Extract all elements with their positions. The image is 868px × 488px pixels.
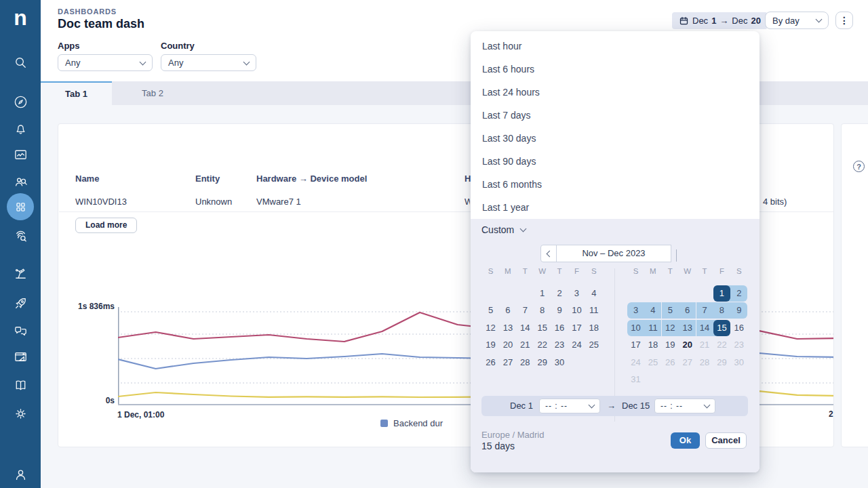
month-range-label[interactable]: Nov – Dec 2023 [556,245,671,262]
quick-range-option[interactable]: Last 90 days [471,150,760,173]
calendar-day[interactable]: 10 [568,302,585,319]
netdata-logo[interactable]: n [0,4,41,31]
calendar-day[interactable]: 2 [730,285,747,302]
sidebar-item-monitoring-chart[interactable] [0,142,41,167]
calendar-day[interactable]: 13 [499,320,516,336]
ok-button[interactable]: Ok [671,432,700,449]
calendar-day[interactable]: 28 [696,354,713,371]
legend-swatch-blue[interactable] [380,420,388,427]
calendar-day[interactable]: 17 [568,320,585,336]
calendar-day[interactable]: 7 [696,302,713,319]
quick-range-option[interactable]: Last 1 year [471,196,760,219]
calendar-day[interactable]: 15 [713,320,730,336]
calendar-day[interactable]: 25 [585,337,602,353]
quick-range-option[interactable]: Last hour [471,35,760,58]
calendar-day[interactable]: 1 [534,285,551,302]
sidebar-item-user[interactable] [0,462,41,487]
calendar-day[interactable]: 8 [713,302,730,319]
calendar-day[interactable]: 5 [662,302,679,319]
calendar-day[interactable]: 23 [551,337,568,353]
prev-month-button[interactable] [540,245,557,262]
calendar-day[interactable]: 21 [517,337,534,353]
calendar-day[interactable]: 30 [551,354,568,371]
calendar-day[interactable]: 21 [696,337,713,353]
time-from-select[interactable]: -- : -- [539,399,600,413]
sidebar-item-chat[interactable] [0,319,41,343]
calendar-day[interactable]: 12 [662,320,679,336]
calendar-day[interactable]: 4 [644,302,661,319]
calendar-day[interactable]: 29 [534,354,551,371]
help-icon[interactable]: ? [853,161,865,172]
calendar-day[interactable]: 15 [534,320,551,336]
calendar-day[interactable]: 26 [662,354,679,371]
calendar-day[interactable]: 18 [585,320,602,336]
calendar-day[interactable]: 20 [499,337,516,353]
calendar-day[interactable]: 14 [696,320,713,336]
country-filter-select[interactable]: Any [161,54,256,71]
time-to-select[interactable]: -- : -- [654,399,715,413]
calendar-day[interactable]: 1 [713,285,730,302]
custom-toggle[interactable]: Custom [481,224,526,235]
calendar-day[interactable]: 6 [499,302,516,319]
next-month-button[interactable] [676,249,677,262]
col-header-hardware-device[interactable]: Hardware → Device model [256,174,367,184]
calendar-day[interactable]: 7 [517,302,534,319]
calendar-day[interactable]: 18 [644,337,661,353]
calendar-day[interactable]: 8 [534,302,551,319]
calendar-day[interactable]: 20 [679,337,696,353]
calendar-day[interactable]: 11 [585,302,602,319]
calendar-day[interactable]: 5 [482,302,499,319]
calendar-day[interactable]: 26 [482,354,499,371]
quick-range-option[interactable]: Last 30 days [471,127,760,150]
calendar-day[interactable]: 4 [585,285,602,302]
calendar-day[interactable]: 16 [551,320,568,336]
calendar-day[interactable]: 10 [627,320,644,336]
sidebar-item-user-search[interactable] [0,169,41,194]
calendar-day[interactable]: 6 [679,302,696,319]
calendar-day[interactable]: 28 [517,354,534,371]
col-header-entity[interactable]: Entity [195,174,220,184]
sidebar-item-rocket[interactable] [0,291,41,315]
calendar-day[interactable]: 9 [551,302,568,319]
sidebar-item-book[interactable] [0,373,41,397]
calendar-day[interactable]: 17 [627,337,644,353]
col-header-clipped[interactable]: H [465,174,471,184]
calendar-day[interactable]: 9 [730,302,747,319]
tab-1[interactable]: Tab 1 [41,81,112,105]
sidebar-item-compass[interactable] [0,89,41,114]
sidebar-item-gear[interactable] [0,401,41,426]
quick-range-option[interactable]: Last 7 days [471,104,760,127]
sidebar-item-search[interactable] [0,50,41,75]
calendar-day[interactable]: 22 [713,337,730,353]
sidebar-item-dashboards-grid[interactable] [0,195,41,219]
more-options-button[interactable]: ⋮ [835,12,853,29]
calendar-day[interactable]: 24 [627,354,644,371]
calendar-day[interactable]: 3 [627,302,644,319]
calendar-day[interactable]: 13 [679,320,696,336]
calendar-day[interactable]: 27 [499,354,516,371]
sidebar-item-fingerprint-search[interactable] [0,224,41,248]
calendar-day[interactable]: 19 [662,337,679,353]
calendar-day[interactable]: 12 [482,320,499,336]
sidebar-item-layout-ruler[interactable] [0,345,41,369]
calendar-day[interactable]: 14 [517,320,534,336]
calendar-day[interactable]: 31 [627,371,644,388]
calendar-day[interactable]: 16 [730,320,747,336]
calendar-day[interactable]: 25 [644,354,661,371]
group-by-select[interactable]: By day [765,12,829,29]
legend-label-blue[interactable]: Backend dur [393,418,443,428]
col-header-name[interactable]: Name [75,174,99,184]
tab-2[interactable]: Tab 2 [112,81,193,105]
calendar-day[interactable]: 30 [730,354,747,371]
date-range-chip[interactable]: Dec1 → Dec20 [672,12,768,29]
apps-filter-select[interactable]: Any [58,54,153,71]
calendar-day[interactable]: 19 [482,337,499,353]
quick-range-option[interactable]: Last 24 hours [471,81,760,104]
calendar-day[interactable]: 2 [551,285,568,302]
load-more-button[interactable]: Load more [75,218,137,233]
sidebar-item-robot-arm[interactable] [0,261,41,285]
calendar-day[interactable]: 22 [534,337,551,353]
calendar-day[interactable]: 24 [568,337,585,353]
calendar-day[interactable]: 27 [679,354,696,371]
calendar-day[interactable]: 3 [568,285,585,302]
